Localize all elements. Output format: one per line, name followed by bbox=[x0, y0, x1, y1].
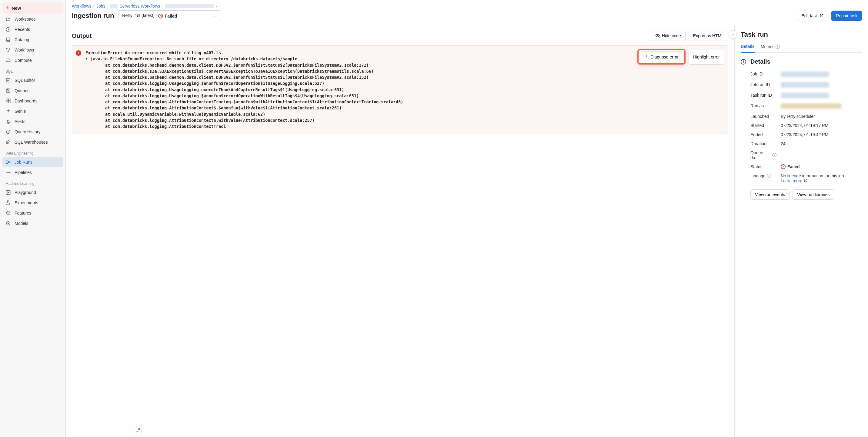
learn-more-link[interactable]: Learn more bbox=[781, 178, 807, 183]
label: Task run ID bbox=[750, 93, 776, 98]
sidebar-item-models[interactable]: Models bbox=[2, 218, 63, 228]
label: Queue du... bbox=[750, 150, 771, 160]
sidebar-label: Features bbox=[14, 211, 31, 216]
sidebar-item-job-runs[interactable]: Job Runs bbox=[2, 157, 63, 167]
error-box: ! Diagnose error Highlight error Executi… bbox=[72, 45, 728, 134]
sidebar-item-pipelines[interactable]: Pipelines bbox=[2, 167, 63, 177]
sidebar-label: Dashboards bbox=[14, 98, 38, 103]
svg-point-1 bbox=[6, 48, 7, 49]
sidebar-label: Compute bbox=[14, 58, 32, 63]
sidebar-label: Genie bbox=[14, 109, 26, 114]
assistant-indicator[interactable]: ⌣ bbox=[133, 427, 142, 435]
expand-panel-button[interactable] bbox=[728, 30, 737, 39]
edit-task-button[interactable]: Edit task bbox=[797, 10, 828, 21]
svg-point-13 bbox=[6, 172, 7, 173]
sidebar-item-catalog[interactable]: Catalog bbox=[2, 35, 63, 44]
redacted-value bbox=[781, 71, 829, 77]
breadcrumb-serverless[interactable]: Serverless Workflows bbox=[119, 4, 160, 8]
value: 07/23/2024, 01:19:17 PM bbox=[781, 123, 862, 128]
warehouse-icon bbox=[5, 139, 11, 145]
sidebar-item-experiments[interactable]: Experiments bbox=[2, 198, 63, 208]
sidebar-item-workflows[interactable]: Workflows bbox=[2, 45, 63, 55]
new-button[interactable]: + New bbox=[2, 2, 63, 13]
breadcrumb-jobs[interactable]: Jobs bbox=[96, 4, 105, 8]
tab-metrics-label: Metrics bbox=[761, 44, 774, 49]
query-icon bbox=[5, 88, 11, 93]
model-icon bbox=[5, 221, 11, 226]
highlight-frame: Diagnose error bbox=[638, 49, 686, 65]
sidebar-label: Models bbox=[14, 221, 28, 226]
sidebar-item-recents[interactable]: Recents bbox=[2, 25, 63, 34]
view-run-events-button[interactable]: View run events bbox=[750, 189, 789, 200]
tabs: Details Metrics i bbox=[741, 42, 862, 53]
row-ended: Ended 07/23/2024, 01:19:42 PM bbox=[741, 130, 862, 139]
dashboard-icon bbox=[5, 98, 11, 104]
chevron-down-icon: ⌄ bbox=[214, 13, 217, 18]
sidebar-item-alerts[interactable]: Alerts bbox=[2, 117, 63, 126]
box-icon bbox=[5, 210, 11, 216]
value: 24s bbox=[781, 141, 862, 146]
edit-task-label: Edit task bbox=[801, 13, 818, 18]
sidebar-item-queries[interactable]: Queries bbox=[2, 86, 63, 95]
retry-label: Retry: 1st (latest) · bbox=[122, 13, 157, 18]
sidebar-label: Workspace bbox=[14, 17, 36, 22]
sidebar-item-workspace[interactable]: Workspace bbox=[2, 14, 63, 24]
row-lineage: Lineage i No lineage information for thi… bbox=[741, 171, 862, 185]
external-link-icon bbox=[804, 179, 807, 182]
breadcrumb-workflows[interactable]: Workflows bbox=[72, 4, 91, 8]
hide-code-label: Hide code bbox=[662, 33, 681, 38]
fail-icon: ✕ bbox=[158, 13, 163, 19]
label: Job run ID bbox=[750, 82, 776, 87]
fail-icon: ✕ bbox=[781, 164, 785, 169]
hide-code-button[interactable]: Hide code bbox=[651, 31, 686, 41]
error-text: ExecutionError: An error occurred while … bbox=[76, 50, 724, 129]
row-job-run-id: Job run ID bbox=[741, 80, 862, 91]
sidebar-label: Playground bbox=[14, 190, 36, 195]
sidebar-item-playground[interactable]: Playground bbox=[2, 188, 63, 197]
sidebar-item-dashboards[interactable]: Dashboards bbox=[2, 96, 63, 106]
tab-metrics[interactable]: Metrics i bbox=[761, 42, 780, 53]
sidebar-label: Query History bbox=[14, 129, 41, 134]
history-icon bbox=[5, 129, 11, 134]
value: By retry scheduler bbox=[781, 114, 862, 119]
sidebar-item-features[interactable]: Features bbox=[2, 208, 63, 218]
diagnose-error-button[interactable]: Diagnose error bbox=[640, 52, 683, 62]
error-icon: ! bbox=[76, 50, 81, 56]
external-link-icon bbox=[819, 13, 824, 18]
sidebar-item-genie[interactable]: Genie bbox=[2, 106, 63, 116]
sidebar-item-sql-warehouses[interactable]: SQL Warehouses bbox=[2, 137, 63, 147]
svg-rect-7 bbox=[6, 99, 8, 101]
redacted-value bbox=[781, 103, 841, 109]
learn-more-label: Learn more bbox=[781, 178, 803, 183]
row-started: Started 07/23/2024, 01:19:17 PM bbox=[741, 121, 862, 130]
info-icon: i bbox=[776, 44, 780, 49]
svg-rect-8 bbox=[8, 99, 10, 101]
svg-point-17 bbox=[8, 223, 9, 224]
svg-point-2 bbox=[9, 48, 10, 49]
section-de: Data Engineering bbox=[2, 147, 63, 157]
export-html-button[interactable]: Export as HTML bbox=[689, 31, 728, 41]
svg-rect-9 bbox=[6, 101, 8, 103]
sidebar-item-query-history[interactable]: Query History bbox=[2, 127, 63, 137]
chevron-right-icon: › bbox=[107, 4, 109, 8]
tab-details[interactable]: Details bbox=[741, 42, 755, 53]
info-icon: i bbox=[772, 153, 776, 157]
sidebar-item-sql-editor[interactable]: SQL Editor bbox=[2, 75, 63, 85]
retry-select[interactable]: Retry: 1st (latest) · ✕ Failed ⌄ bbox=[118, 10, 221, 21]
task-run-pane: Task run Details Metrics i i Details Job… bbox=[735, 25, 868, 437]
label: Duration bbox=[750, 141, 776, 146]
sidebar: + New Workspace Recents Catalog Workflow… bbox=[0, 0, 66, 437]
sidebar-label: Recents bbox=[14, 27, 30, 32]
play-icon bbox=[5, 190, 11, 195]
view-run-libraries-button[interactable]: View run libraries bbox=[793, 189, 834, 200]
row-duration: Duration 24s bbox=[741, 139, 862, 148]
label: Status bbox=[750, 164, 776, 169]
repair-task-button[interactable]: Repair task bbox=[831, 10, 862, 21]
sidebar-item-compute[interactable]: Compute bbox=[2, 56, 63, 65]
runs-icon bbox=[5, 159, 11, 165]
row-run-as: Run as bbox=[741, 101, 862, 112]
header: Workflows › Jobs › Serverless Workflows … bbox=[66, 0, 868, 25]
label: Run as bbox=[750, 103, 776, 108]
sidebar-label: Workflows bbox=[14, 48, 34, 53]
highlight-error-button[interactable]: Highlight error bbox=[689, 49, 724, 65]
